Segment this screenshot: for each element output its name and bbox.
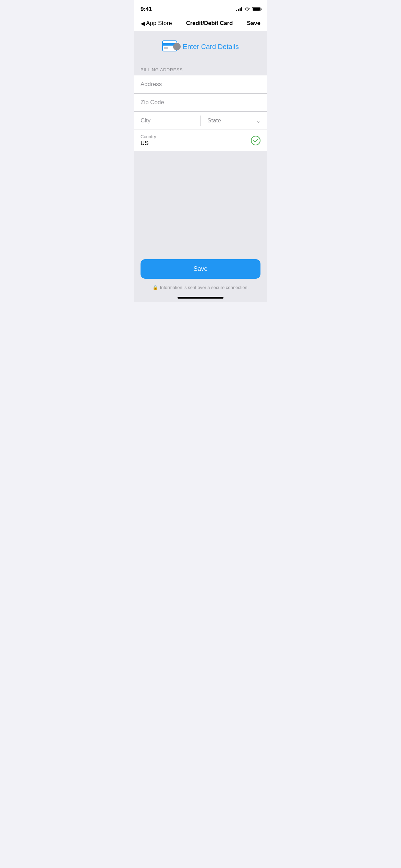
country-info: Country US: [141, 134, 156, 147]
bottom-section: Save: [134, 254, 267, 281]
lock-icon: 🔒: [153, 285, 158, 290]
city-field[interactable]: [134, 112, 200, 130]
back-label: App Store: [146, 20, 172, 27]
save-button[interactable]: Save: [141, 259, 260, 279]
page-title: Credit/Debit Card: [186, 20, 233, 27]
card-icon-wrapper: [162, 40, 179, 53]
back-chevron-icon: ◀: [141, 20, 145, 27]
gray-spacer: [134, 151, 267, 254]
city-state-row: State ⌄: [134, 112, 267, 130]
card-header-section: Enter Card Details: [134, 31, 267, 62]
card-circle-overlay: [173, 43, 181, 50]
chevron-down-icon: ⌄: [256, 118, 260, 124]
country-field[interactable]: Country US: [134, 130, 267, 151]
status-bar: 9:41: [134, 0, 267, 16]
status-time: 9:41: [141, 6, 152, 13]
billing-section-label: BILLING ADDRESS: [141, 67, 183, 72]
address-input[interactable]: [141, 81, 260, 88]
battery-icon: [252, 7, 260, 11]
address-field[interactable]: [134, 75, 267, 94]
billing-form: State ⌄ Country US: [134, 75, 267, 151]
state-placeholder: State: [207, 117, 221, 124]
nav-save-button[interactable]: Save: [247, 20, 260, 27]
country-check-icon: [251, 136, 260, 145]
state-picker[interactable]: State ⌄: [200, 112, 267, 130]
country-label: Country: [141, 134, 156, 139]
zip-input[interactable]: [141, 99, 260, 106]
status-icons: [236, 7, 260, 12]
secure-info-bar: 🔒 Information is sent over a secure conn…: [134, 281, 267, 294]
back-button[interactable]: ◀ App Store: [141, 20, 172, 27]
nav-bar: ◀ App Store Credit/Debit Card Save: [134, 16, 267, 31]
country-value: US: [141, 140, 156, 147]
city-input[interactable]: [141, 117, 194, 124]
zip-field[interactable]: [134, 94, 267, 112]
svg-rect-2: [164, 47, 168, 49]
home-indicator: [134, 294, 267, 302]
signal-bars-icon: [236, 7, 242, 11]
home-indicator-bar: [178, 297, 223, 299]
card-header-text: Enter Card Details: [183, 43, 239, 51]
wifi-icon: [244, 7, 250, 12]
billing-section-header: BILLING ADDRESS: [134, 62, 267, 75]
secure-info-text: Information is sent over a secure connec…: [160, 285, 249, 290]
